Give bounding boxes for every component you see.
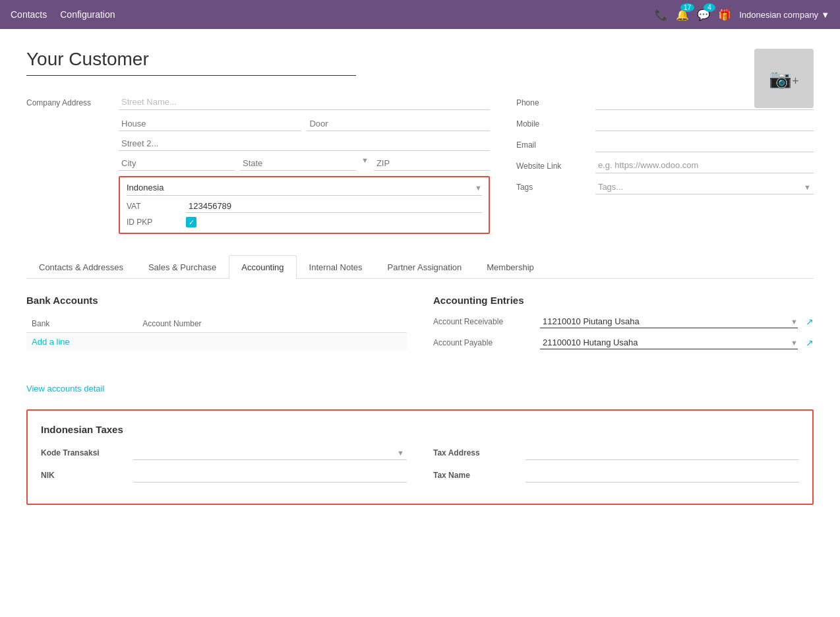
payable-external-link-icon[interactable]: ↗ (806, 338, 814, 348)
kode-transaksi-row: Kode Transaksi ▼ (41, 446, 407, 460)
state-input[interactable] (240, 156, 356, 171)
form-right: Phone Mobile Email Website Link e.g. htt… (516, 96, 814, 242)
kode-transaksi-input[interactable]: ▼ (133, 446, 407, 460)
id-pkp-label: ID PKP (127, 218, 179, 227)
notification-icon[interactable]: 🔔 17 (676, 9, 689, 21)
account-payable-value-wrapper: 21100010 Hutang Usaha ▼ (540, 336, 798, 349)
website-label: Website Link (516, 162, 589, 171)
account-receivable-value: 11210010 Piutang Usaha (540, 315, 788, 328)
nik-label: NIK (41, 471, 127, 480)
company-address-row: Company Address Street Name... (26, 96, 490, 110)
form-left: Company Address Street Name... ▼ (26, 96, 490, 242)
city-state-zip-row: ▼ (119, 156, 490, 171)
tax-address-input[interactable] (525, 446, 799, 460)
id-pkp-row: ID PKP ✓ (127, 217, 482, 227)
email-row: Email (516, 138, 814, 152)
company-selector[interactable]: Indonesian company ▼ (739, 10, 829, 20)
tabs-bar: Contacts & Addresses Sales & Purchase Ac… (26, 255, 814, 279)
id-pkp-checkbox[interactable]: ✓ (186, 217, 196, 227)
company-chevron-icon: ▼ (821, 10, 829, 20)
page-title: Your Customer (26, 49, 356, 76)
tab-contacts[interactable]: Contacts & Addresses (26, 255, 136, 279)
mobile-row: Mobile (516, 117, 814, 131)
photo-upload-button[interactable]: 📷+ (754, 49, 814, 108)
email-input[interactable] (595, 138, 814, 152)
taxes-fields: Kode Transaksi ▼ NIK Tax Address Tax Na (41, 446, 799, 490)
receivable-external-link-icon[interactable]: ↗ (806, 316, 814, 327)
tags-row: Tags Tags... ▼ (516, 180, 814, 194)
street2-input[interactable] (119, 136, 490, 151)
tags-input[interactable]: Tags... ▼ (595, 180, 814, 194)
accounting-entries-section: Accounting Entries Account Receivable 11… (433, 295, 814, 357)
country-row: Indonesia ▼ (127, 183, 482, 196)
account-receivable-row: Account Receivable 11210010 Piutang Usah… (433, 315, 814, 328)
tax-name-row: Tax Name (433, 468, 799, 483)
account-number-col-header: Account Number (137, 315, 407, 333)
nik-row: NIK (41, 468, 407, 483)
camera-icon: 📷+ (769, 68, 799, 90)
zip-input[interactable] (374, 156, 490, 171)
tab-accounting[interactable]: Accounting (229, 255, 296, 279)
city-input[interactable] (119, 156, 235, 171)
tab-membership[interactable]: Membership (474, 255, 547, 279)
vat-label: VAT (127, 202, 179, 211)
vat-input[interactable]: 123456789 (186, 200, 482, 213)
door-input[interactable] (307, 117, 489, 131)
message-badge: 4 (704, 3, 715, 12)
taxes-left: Kode Transaksi ▼ NIK (41, 446, 407, 490)
kode-transaksi-label: Kode Transaksi (41, 448, 127, 457)
tax-name-label: Tax Name (433, 471, 519, 480)
tags-placeholder: Tags... (598, 182, 623, 192)
add-bank-line-row: Add a line (26, 333, 407, 351)
navbar-right: 📞 🔔 17 💬 4 🎁 Indonesian company ▼ (655, 9, 829, 21)
message-icon[interactable]: 💬 4 (697, 9, 710, 21)
nav-configuration[interactable]: Configuration (60, 9, 115, 20)
taxes-right: Tax Address Tax Name (433, 446, 799, 490)
title-section: Your Customer 📷+ (26, 49, 814, 76)
contact-form: Company Address Street Name... ▼ (26, 96, 814, 242)
phone-icon: 📞 (655, 9, 668, 21)
country-dropdown-icon[interactable]: ▼ (475, 184, 482, 192)
account-payable-value: 21100010 Hutang Usaha (540, 336, 788, 349)
account-payable-label: Account Payable (433, 338, 532, 347)
tab-partner-assignation[interactable]: Partner Assignation (375, 255, 475, 279)
account-receivable-value-wrapper: 11210010 Piutang Usaha ▼ (540, 315, 798, 328)
bank-col-header: Bank (26, 315, 137, 333)
gift-icon: 🎁 (718, 9, 731, 21)
payable-dropdown-icon[interactable]: ▼ (791, 339, 798, 347)
website-input[interactable]: e.g. https://www.odoo.com (595, 159, 814, 173)
add-bank-line-button[interactable]: Add a line (32, 337, 70, 347)
tab-sales[interactable]: Sales & Purchase (136, 255, 229, 279)
main-content: Your Customer 📷+ Company Address Street … (0, 29, 840, 617)
nav-contacts[interactable]: Contacts (11, 9, 47, 20)
state-dropdown-arrow-icon: ▼ (361, 156, 369, 171)
bank-accounts-title: Bank Accounts (26, 295, 407, 306)
view-accounts-detail-link[interactable]: View accounts detail (26, 384, 104, 394)
phone-label: Phone (516, 98, 589, 107)
street-input[interactable]: Street Name... (119, 96, 490, 110)
house-door-row (119, 117, 490, 131)
company-address-label: Company Address (26, 98, 112, 107)
accounting-entries-title: Accounting Entries (433, 295, 814, 306)
nik-input[interactable] (133, 468, 407, 483)
tags-dropdown-icon: ▼ (804, 183, 811, 191)
email-label: Email (516, 140, 589, 150)
mobile-input[interactable] (595, 117, 814, 131)
accounting-tab-content: Bank Accounts Bank Account Number Add a … (26, 295, 814, 357)
navbar-left: Contacts Configuration (11, 9, 655, 20)
tax-address-label: Tax Address (433, 448, 519, 457)
bank-accounts-table: Bank Account Number Add a line (26, 315, 407, 351)
notification-badge: 17 (680, 3, 694, 12)
tax-address-row: Tax Address (433, 446, 799, 460)
website-row: Website Link e.g. https://www.odoo.com (516, 159, 814, 173)
tax-name-input[interactable] (525, 468, 799, 483)
receivable-dropdown-icon[interactable]: ▼ (791, 318, 798, 326)
vat-row: VAT 123456789 (127, 200, 482, 213)
tab-internal-notes[interactable]: Internal Notes (297, 255, 375, 279)
house-input[interactable] (119, 117, 301, 131)
country-value: Indonesia (127, 183, 475, 192)
company-name: Indonesian company (739, 10, 818, 20)
tags-label: Tags (516, 183, 589, 192)
country-vat-box: Indonesia ▼ VAT 123456789 ID PKP ✓ (119, 176, 490, 234)
indonesian-taxes-box: Indonesian Taxes Kode Transaksi ▼ NIK Ta (26, 409, 814, 505)
